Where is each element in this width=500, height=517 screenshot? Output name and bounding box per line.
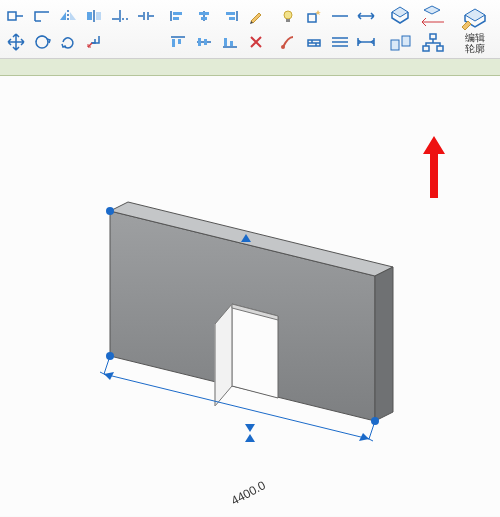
reset-profile-button[interactable]: 重设 轮廓 (496, 1, 500, 57)
line-triple-icon[interactable] (328, 30, 352, 54)
svg-rect-3 (96, 12, 101, 20)
trim-icon[interactable] (108, 4, 132, 28)
svg-rect-0 (8, 12, 16, 20)
group-align (162, 0, 272, 58)
align-left-icon[interactable] (166, 4, 190, 28)
delete-icon[interactable] (244, 30, 268, 54)
reverse-curve-icon[interactable] (30, 30, 54, 54)
span-icon[interactable] (354, 30, 378, 54)
align-center-v-icon[interactable] (192, 30, 216, 54)
arrow-h-icon[interactable] (354, 4, 378, 28)
mirror-icon[interactable] (56, 4, 80, 28)
svg-rect-9 (201, 17, 207, 20)
align-bottom-icon[interactable] (218, 30, 242, 54)
viewport-3d[interactable]: 4400.0 (0, 76, 500, 516)
brush-icon[interactable] (276, 30, 300, 54)
align-right-icon[interactable] (218, 4, 242, 28)
svg-rect-13 (229, 17, 235, 20)
move-icon[interactable] (4, 30, 28, 54)
svg-rect-7 (178, 39, 181, 44)
group-assembly (382, 0, 452, 58)
join-end-icon[interactable] (4, 4, 28, 28)
svg-rect-24 (423, 46, 429, 51)
edit-profile-label: 编辑 轮廓 (465, 32, 485, 54)
offset-icon[interactable] (82, 30, 106, 54)
align-top-icon[interactable] (166, 30, 190, 54)
assembly-thumb-icon[interactable] (386, 30, 416, 56)
join-corner-icon[interactable] (30, 4, 54, 28)
flip-icon[interactable] (82, 4, 106, 28)
svg-rect-10 (198, 38, 201, 46)
group-modify (0, 0, 162, 58)
svg-rect-8 (199, 12, 209, 15)
wall-icon[interactable] (302, 30, 326, 54)
edit-profile-button[interactable]: 编辑 轮廓 (456, 1, 494, 57)
gap-icon[interactable] (134, 4, 158, 28)
svg-rect-23 (430, 34, 436, 39)
svg-rect-4 (173, 12, 182, 15)
rotate-icon[interactable] (56, 30, 80, 54)
group-profile: 编辑 轮廓 重设 轮廓 (452, 0, 500, 58)
options-strip (0, 59, 500, 76)
assembly-tree-icon[interactable] (418, 30, 448, 56)
svg-rect-17 (286, 19, 290, 22)
svg-point-18 (281, 45, 285, 49)
svg-rect-14 (224, 38, 227, 46)
line-single-icon[interactable] (328, 4, 352, 28)
ribbon: 编辑 轮廓 重设 轮廓 (0, 0, 500, 59)
assembly-break-icon[interactable] (418, 2, 448, 28)
svg-rect-15 (230, 41, 233, 46)
assembly-top-icon[interactable] (386, 2, 416, 28)
svg-rect-5 (173, 17, 179, 20)
lightbulb-icon[interactable] (276, 4, 300, 28)
svg-point-28 (106, 207, 114, 215)
svg-rect-12 (226, 12, 235, 15)
group-draw (272, 0, 382, 58)
scene (0, 76, 500, 516)
svg-rect-22 (402, 36, 410, 46)
svg-rect-19 (308, 14, 316, 22)
pencil-icon[interactable] (244, 4, 268, 28)
svg-rect-11 (204, 39, 207, 45)
svg-rect-6 (172, 39, 175, 47)
align-center-h-icon[interactable] (192, 4, 216, 28)
svg-point-16 (284, 11, 292, 19)
star-annotate-icon[interactable] (302, 4, 326, 28)
svg-rect-2 (87, 12, 92, 20)
svg-rect-25 (437, 46, 443, 51)
svg-rect-21 (391, 40, 399, 50)
